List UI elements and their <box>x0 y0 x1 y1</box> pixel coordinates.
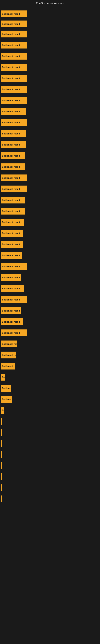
chart-container: Bottleneck resultBottleneck resultBottle… <box>0 6 100 640</box>
bottleneck-bar[interactable]: Bottleneck result <box>1 64 27 71</box>
bar-label: Bottleneck result <box>2 288 20 290</box>
bar-label: Bottleneck result <box>2 55 20 57</box>
bottleneck-bar[interactable]: Bottleneck result <box>1 130 26 137</box>
bar-row <box>1 429 2 436</box>
bar-row <box>1 440 2 447</box>
bar-row: Bottleneck result <box>1 385 11 392</box>
bottleneck-bar[interactable]: Bottleneck result <box>1 20 27 27</box>
bar-row <box>1 496 2 502</box>
bar-row: Bottleneck result <box>1 75 27 82</box>
bar-label: Bottleneck result <box>2 132 20 135</box>
bar-row: Bottleneck result <box>1 42 27 48</box>
bottleneck-bar[interactable]: Bottleneck result <box>1 374 5 380</box>
bottleneck-bar[interactable]: Bottleneck result <box>1 352 16 358</box>
bottleneck-bar[interactable]: Bottleneck result <box>1 186 27 192</box>
bar-label: Bottleneck result <box>2 166 20 168</box>
bar-row <box>1 473 2 480</box>
bar-row: Bottleneck result <box>1 296 27 303</box>
bar-row: Bottleneck result <box>1 208 25 214</box>
bar-row: Bottleneck result <box>1 340 17 347</box>
bottleneck-bar[interactable]: Bottleneck result <box>1 230 23 237</box>
bar-label: Bottleneck result <box>2 144 20 146</box>
bottleneck-bar[interactable] <box>1 462 2 469</box>
bottleneck-bar[interactable]: Bottleneck result <box>1 296 27 303</box>
bar-row: Bottleneck result <box>1 174 27 181</box>
bottleneck-bar[interactable]: Bottleneck result <box>1 97 27 104</box>
bottleneck-bar[interactable]: Bottleneck result <box>1 263 27 270</box>
bottleneck-bar[interactable]: Bottleneck result <box>1 241 23 248</box>
site-title: TheBottlenecker.com <box>0 0 100 6</box>
bottleneck-bar[interactable]: Bottleneck result <box>1 396 12 403</box>
bottleneck-bar[interactable]: Bottleneck result <box>1 318 23 325</box>
bar-row: Bottleneck result <box>1 186 27 192</box>
bar-row: Bottleneck result <box>1 363 15 370</box>
bottleneck-bar[interactable] <box>1 451 2 458</box>
bottleneck-bar[interactable]: Bottleneck result <box>1 385 11 392</box>
bar-label: Bottleneck result <box>2 33 20 35</box>
bar-row: Bottleneck result <box>1 374 5 380</box>
bar-row: Bottleneck result <box>1 164 25 170</box>
bottleneck-bar[interactable]: Bottleneck result <box>1 274 21 281</box>
bottleneck-bar[interactable]: Bottleneck result <box>1 86 27 93</box>
bottleneck-bar[interactable]: Bottleneck result <box>1 219 24 226</box>
bottleneck-bar[interactable]: Bottleneck result <box>1 53 27 60</box>
bar-label: Bottleneck result <box>2 320 20 323</box>
bar-row <box>1 418 2 425</box>
bar-label: Bottleneck result <box>2 276 20 279</box>
bottleneck-bar[interactable]: Bottleneck result <box>1 196 25 204</box>
bar-label: Bottleneck result <box>2 354 16 356</box>
bar-label: Bottleneck result <box>2 188 20 190</box>
bar-label: Bottleneck result <box>2 243 20 246</box>
bottleneck-bar[interactable] <box>1 473 2 480</box>
bottleneck-bar[interactable]: Bottleneck result <box>1 10 27 17</box>
bottleneck-bar[interactable]: Bottleneck result <box>1 208 25 214</box>
bottleneck-bar[interactable]: Bottleneck result <box>1 285 24 292</box>
bar-label: Bottleneck result <box>2 265 20 268</box>
bar-label: Bottleneck result <box>2 66 20 68</box>
bar-row: Bottleneck result <box>1 152 25 159</box>
bar-row: Bottleneck result <box>1 318 23 325</box>
bar-row: Bottleneck result <box>1 108 26 115</box>
bottleneck-bar[interactable]: Bottleneck result <box>1 30 27 38</box>
bottleneck-bar[interactable]: Bottleneck result <box>1 330 27 336</box>
bottleneck-bar[interactable]: Bottleneck result <box>1 307 21 314</box>
bottleneck-bar[interactable]: Bottleneck result <box>1 42 27 48</box>
bottleneck-bar[interactable]: Bottleneck result <box>1 164 25 170</box>
bottleneck-bar[interactable] <box>1 440 2 447</box>
bottleneck-bar[interactable]: Bottleneck result <box>1 108 26 115</box>
bar-label: Bottleneck result <box>2 210 20 212</box>
bottleneck-bar[interactable]: Bottleneck result <box>1 340 17 347</box>
bar-label: Bottleneck result <box>2 343 17 345</box>
bar-row: Bottleneck result <box>1 352 16 358</box>
bar-row: Bottleneck result <box>1 196 25 204</box>
bottleneck-bar[interactable]: Bottleneck result <box>1 75 27 82</box>
bottleneck-bar[interactable]: Bottleneck result <box>1 152 25 159</box>
bar-row: Bottleneck result <box>1 20 27 27</box>
bar-row: Bottleneck result <box>1 330 27 336</box>
bar-label: Bottleneck result <box>2 99 20 102</box>
bar-row: Bottleneck result <box>1 119 27 126</box>
bottleneck-bar[interactable] <box>1 496 2 502</box>
bottleneck-bar[interactable]: Bottleneck result <box>1 252 22 259</box>
bar-row: Bottleneck result <box>1 97 27 104</box>
bottleneck-bar[interactable] <box>1 418 2 425</box>
bar-row: Bottleneck result <box>1 407 4 414</box>
bar-row: Bottleneck result <box>1 252 22 259</box>
bar-row: Bottleneck result <box>1 53 27 60</box>
bottleneck-bar[interactable]: Bottleneck result <box>1 141 26 148</box>
bottleneck-bar[interactable]: Bottleneck result <box>1 363 15 370</box>
bar-row: Bottleneck result <box>1 86 27 93</box>
bar-label: Bottleneck result <box>2 177 20 179</box>
bar-label: Bottleneck result <box>2 387 11 390</box>
bar-label: Bottleneck result <box>2 110 20 113</box>
bar-row: Bottleneck result <box>1 307 21 314</box>
bottleneck-bar[interactable]: Bottleneck result <box>1 119 27 126</box>
bottleneck-bar[interactable]: Bottleneck result <box>1 174 27 181</box>
bar-label: Bottleneck result <box>2 398 12 400</box>
bar-row: Bottleneck result <box>1 141 26 148</box>
bottleneck-bar[interactable] <box>1 484 2 491</box>
bar-row: Bottleneck result <box>1 30 27 38</box>
bottleneck-bar[interactable] <box>1 429 2 436</box>
bottleneck-bar[interactable]: Bottleneck result <box>1 407 4 414</box>
bar-label: Bottleneck result <box>2 376 5 378</box>
